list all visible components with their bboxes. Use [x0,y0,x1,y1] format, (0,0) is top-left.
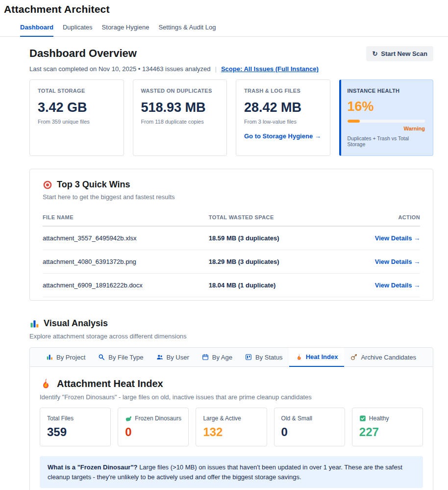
heat-stat-frozen-dinosaurs: Frozen Dinosaurs 0 [118,408,189,446]
quick-wins-table: FILE NAME TOTAL WASTED SPACE ACTION atta… [43,210,420,297]
stat-label: TRASH & LOG FILES [244,88,322,94]
heat-stat-label: Frozen Dinosaurs [135,415,181,422]
table-row: attachment_3557_6495942b.xlsx 18.59 MB (… [43,226,420,250]
analysis-tab-heat-index[interactable]: Heat Index [289,348,345,367]
column-header-action: ACTION [360,210,420,226]
health-subtext: Duplicates + Trash vs Total Storage [348,135,425,147]
wasted-space-cell: 18.59 MB (3 duplicates) [209,226,360,250]
heat-stat-value: 359 [47,425,103,439]
heat-index-panel: Attachment Heat Index Identify "Frozen D… [30,367,433,490]
page-heading-dashboard-overview: Dashboard Overview [29,47,137,60]
start-new-scan-button[interactable]: ↻ Start New Scan [366,46,433,61]
wasted-space-cell: 18.04 MB (1 duplicate) [209,274,360,297]
stat-card-trash-log-files: TRASH & LOG FILES 28.42 MB From 3 low-va… [236,79,330,156]
last-scan-status: Last scan completed on Nov 10, 2025 • 13… [29,65,211,73]
wasted-space-cell: 18.29 MB (3 duplicates) [209,250,360,274]
target-icon [43,180,52,190]
scope-link[interactable]: Scope: All Issues (Full Instance) [221,65,319,73]
heat-index-header: Attachment Heat Index [40,378,423,389]
view-details-link[interactable]: View Details → [375,258,420,265]
analysis-tab-by-age[interactable]: By Age [196,348,239,366]
health-percentage: 16% [348,99,425,114]
heat-stat-total-files: Total Files 359 [40,408,111,446]
start-new-scan-label: Start New Scan [381,50,427,57]
nav-tab-dashboard[interactable]: Dashboard [20,24,53,37]
analysis-tab-by-file-type[interactable]: By File Type [92,348,149,366]
stat-subtext: From 359 unique files [38,119,116,125]
heat-stat-large-active: Large & Active 132 [196,408,267,446]
flame-icon [40,378,51,389]
quick-wins-card: Top 3 Quick Wins Start here to get the b… [29,169,433,301]
bar-chart-icon [46,354,53,361]
quick-wins-title: Top 3 Quick Wins [57,180,130,190]
quick-wins-header: Top 3 Quick Wins [43,180,420,190]
health-progress-fill [348,120,360,123]
dinosaur-icon [125,415,132,422]
file-name-cell: attachment_6909_18916222b.docx [43,274,209,297]
view-details-link[interactable]: View Details → [375,234,420,242]
users-icon [156,354,163,361]
heat-stat-label: Healthy [369,415,389,422]
visual-analysis-title: Visual Analysis [44,318,108,329]
stat-value: 518.93 MB [141,100,219,115]
flame-icon [296,354,302,361]
kanban-icon [245,354,252,361]
heat-stat-healthy: Healthy 227 [352,408,423,446]
info-box-lead: What is a "Frozen Dinosaur"? [48,464,138,471]
heat-index-stats-row: Total Files 359 Frozen Dinosaurs 0 [40,408,423,446]
frozen-dinosaur-info-box: What is a "Frozen Dinosaur"? Large files… [40,456,423,488]
heat-index-title: Attachment Heat Index [57,378,163,389]
stat-label: TOTAL STORAGE [38,88,116,94]
stat-subtext: From 118 duplicate copies [141,119,219,125]
analysis-tab-archive-candidates[interactable]: Archive Candidates [344,348,423,366]
calendar-icon [202,354,209,361]
go-to-storage-hygiene-link[interactable]: Go to Storage Hygiene → [244,132,321,140]
stat-card-total-storage: TOTAL STORAGE 3.42 GB From 359 unique fi… [29,79,124,156]
bar-chart-icon [29,319,39,329]
file-name-cell: attachment_3557_6495942b.xlsx [43,226,209,250]
stat-label: INSTANCE HEALTH [348,88,425,94]
primary-nav: Dashboard Duplicates Storage Hygiene Set… [0,24,448,37]
analysis-tab-by-user[interactable]: By User [150,348,196,366]
summary-stats-row: TOTAL STORAGE 3.42 GB From 359 unique fi… [29,79,433,156]
refresh-icon: ↻ [372,51,377,57]
analysis-tab-by-status[interactable]: By Status [239,348,289,366]
scan-info-bar: Last scan completed on Nov 10, 2025 • 13… [29,65,433,73]
nav-tab-duplicates[interactable]: Duplicates [63,24,93,36]
heat-stat-label: Total Files [47,415,74,422]
stat-card-instance-health: INSTANCE HEALTH 16% Warning Duplicates +… [339,79,434,156]
main-content: Dashboard Overview ↻ Start New Scan Last… [0,37,448,490]
table-row: attachment_6909_18916222b.docx 18.04 MB … [43,274,420,297]
heat-stat-old-small: Old & Small 0 [274,408,345,446]
stat-card-wasted-duplicates: WASTED ON DUPLICATES 518.93 MB From 118 … [133,79,227,156]
visual-analysis-subtitle: Explore attachment storage across differ… [29,333,433,340]
app-title: Attachment Architect [0,0,448,15]
check-icon [359,415,366,422]
column-header-wasted-space: TOTAL WASTED SPACE [209,210,360,226]
heat-stat-value: 227 [359,425,416,439]
table-row: attachment_4080_6391372b.png 18.29 MB (3… [43,250,420,274]
heat-stat-label: Old & Small [281,415,312,422]
health-status-badge: Warning [348,126,425,131]
analysis-tabbar: By Project By File Type [30,348,433,367]
stat-value: 3.42 GB [38,100,116,115]
stat-value: 28.42 MB [244,100,322,115]
magnifier-icon [98,354,105,361]
quick-wins-subtitle: Start here to get the biggest and fastes… [43,193,420,201]
analysis-tab-by-project[interactable]: By Project [40,348,92,366]
heat-index-subtitle: Identify "Frozen Dinosaurs" - large file… [40,393,423,401]
heat-stat-value: 0 [125,425,181,439]
visual-analysis-panel: By Project By File Type [29,347,433,490]
health-progress-bar [348,120,425,123]
scan-info-separator: | [215,65,217,73]
stat-label: WASTED ON DUPLICATES [141,88,219,94]
primary-nav-tabs: Dashboard Duplicates Storage Hygiene Set… [20,24,448,36]
nav-tab-storage-hygiene[interactable]: Storage Hygiene [102,24,149,36]
column-header-file-name: FILE NAME [43,210,209,226]
view-details-link[interactable]: View Details → [375,282,420,289]
stat-subtext: From 3 low-value files [244,119,322,125]
nav-tab-settings-audit-log[interactable]: Settings & Audit Log [158,24,216,36]
visual-analysis-header: Visual Analysis [29,318,433,329]
dart-icon [350,354,357,361]
heat-stat-value: 0 [281,425,338,439]
